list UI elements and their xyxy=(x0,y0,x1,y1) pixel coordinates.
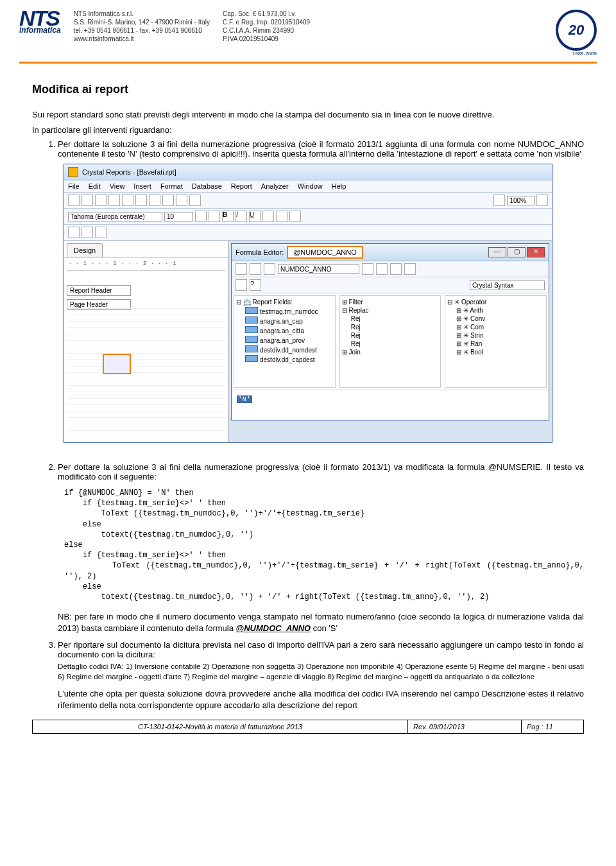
menu-window[interactable]: Window xyxy=(298,182,323,190)
menu-analyzer[interactable]: Analyzer xyxy=(261,182,289,190)
menu-insert[interactable]: Insert xyxy=(133,182,151,190)
tree-op[interactable]: Conv xyxy=(470,315,485,322)
list-item-2: Per dottare la soluzione 3 ai fini della… xyxy=(58,462,584,634)
close-button[interactable]: ✕ xyxy=(527,247,545,257)
tab-design[interactable]: Design xyxy=(67,243,103,257)
font-shrink-icon[interactable] xyxy=(209,211,220,222)
fe-browse-icon[interactable] xyxy=(390,263,402,275)
font-size-select[interactable]: 10 xyxy=(164,212,193,221)
intro-paragraph-2: In particolare gli interventi riguardano… xyxy=(32,125,584,136)
tree-report-header: Report Fields: xyxy=(253,299,293,306)
tree-op[interactable]: Arith xyxy=(470,307,483,314)
insert-text-icon[interactable] xyxy=(81,227,93,238)
note-paragraph: NB: per fare in modo che il numero docum… xyxy=(58,611,584,634)
tree-field[interactable]: destdiv.dd_capdest xyxy=(260,356,314,363)
open-icon[interactable] xyxy=(81,195,93,206)
syntax-select[interactable]: Crystal Syntax xyxy=(470,281,545,290)
redo-icon[interactable] xyxy=(189,195,201,206)
print-icon[interactable] xyxy=(108,195,120,206)
field-icon xyxy=(245,336,258,343)
formula-editor-toolbar-2: ? Crystal Syntax xyxy=(232,277,549,293)
copy-icon[interactable] xyxy=(149,195,160,206)
tree-func[interactable]: Rej xyxy=(351,332,361,339)
formula-code-text: 'N' xyxy=(237,395,252,403)
window-buttons: — ▢ ✕ xyxy=(488,247,545,257)
tree-ops-header: Operator xyxy=(461,299,486,306)
tree-func[interactable]: Rej xyxy=(351,315,361,322)
tree-operators[interactable]: ⊟ ✳ Operator ⊞ ✳ Arith ⊞ ✳ Conv ⊞ ✳ Com … xyxy=(445,295,547,388)
design-pane: Design · · 1 · · · 1 · · · 2 · · · 1 Rep… xyxy=(64,241,228,442)
zoom-select[interactable]: 100% xyxy=(507,196,535,205)
design-canvas[interactable]: · · 1 · · · 1 · · · 2 · · · 1 Report Hea… xyxy=(64,257,228,442)
menu-file[interactable]: File xyxy=(68,182,80,190)
app-titlebar: Crystal Reports - [Bsvefati.rpt] xyxy=(64,164,552,180)
logo: NTS informatica xyxy=(19,10,61,35)
bold-icon[interactable]: B xyxy=(222,211,234,222)
tree-func[interactable]: Join xyxy=(348,349,360,356)
preview-icon[interactable] xyxy=(122,195,133,206)
page-header: NTS informatica NTS Informatica s.r.l. S… xyxy=(19,6,597,64)
help-icon[interactable] xyxy=(536,195,548,206)
logo-text: NTS xyxy=(19,10,61,27)
italic-icon[interactable]: I xyxy=(235,211,247,222)
tree-field[interactable]: anagra.an_prov xyxy=(260,337,305,344)
font-grow-icon[interactable] xyxy=(195,211,207,222)
fe-undo-icon[interactable] xyxy=(362,263,373,275)
fe-redo-icon[interactable] xyxy=(376,263,388,275)
menu-edit[interactable]: Edit xyxy=(89,182,101,190)
undo-icon[interactable] xyxy=(176,195,187,206)
align-left-icon[interactable] xyxy=(262,211,274,222)
fe-save-icon[interactable] xyxy=(250,263,261,275)
tree-functions[interactable]: ⊞ Filter ⊟ Replac Rej Rej Rej Rej ⊞ Join xyxy=(339,295,441,388)
align-right-icon[interactable] xyxy=(289,211,301,222)
menu-format[interactable]: Format xyxy=(160,182,183,190)
tree-report-fields[interactable]: ⊟ 📇 Report Fields: testmag.tm_numdoc ana… xyxy=(234,295,336,388)
menu-help[interactable]: Help xyxy=(332,182,346,190)
save-icon[interactable] xyxy=(95,195,107,206)
formula-editor-title-label: Formula Editor: xyxy=(235,248,284,256)
fe-check-icon[interactable] xyxy=(264,263,275,275)
design-grid[interactable] xyxy=(67,302,225,431)
find-icon[interactable] xyxy=(493,195,505,206)
list-item-3-outro: L'utente che opta per questa soluzione d… xyxy=(58,688,584,711)
tree-op[interactable]: Strin xyxy=(470,332,484,339)
tree-op[interactable]: Com xyxy=(470,324,484,331)
tree-field[interactable]: destdiv.dd_nomdest xyxy=(260,347,317,354)
underline-icon[interactable]: U xyxy=(249,211,261,222)
menu-report[interactable]: Report xyxy=(231,182,252,190)
minimize-button[interactable]: — xyxy=(488,247,506,257)
formula-name-select[interactable]: NUMDOC_ANNO xyxy=(278,264,359,274)
insert-summary-icon[interactable] xyxy=(95,227,107,238)
cut-icon[interactable] xyxy=(135,195,147,206)
section-report-header[interactable]: Report Header xyxy=(67,285,131,296)
tree-field[interactable]: anagra.an_cap xyxy=(260,318,303,325)
menu-database[interactable]: Database xyxy=(192,182,222,190)
align-center-icon[interactable] xyxy=(276,211,287,222)
formula-code-area[interactable]: 'N' xyxy=(232,390,549,420)
section-title: Modifica ai report xyxy=(32,83,584,96)
formula-field-highlighted[interactable] xyxy=(103,354,131,374)
font-family-select[interactable]: Tahoma (Europa centrale) xyxy=(68,212,162,221)
paste-icon[interactable] xyxy=(162,195,174,206)
tree-op[interactable]: Ran xyxy=(470,340,482,347)
fe-new-icon[interactable] xyxy=(235,263,247,275)
maximize-button[interactable]: ▢ xyxy=(508,247,526,257)
logo-subtitle: informatica xyxy=(19,26,61,35)
tree-func[interactable]: Rej xyxy=(351,340,361,347)
tree-field[interactable]: testmag.tm_numdoc xyxy=(260,308,318,315)
page-footer: CT-1301-0142-Novità in materia di fattur… xyxy=(32,720,584,734)
tree-field[interactable]: anagra.an_citta xyxy=(260,327,304,334)
menu-view[interactable]: View xyxy=(110,182,125,190)
fe-find-icon[interactable] xyxy=(404,263,416,275)
footer-doc-title: CT-1301-0142-Novità in materia di fattur… xyxy=(33,720,408,733)
tree-func[interactable]: Rej xyxy=(351,324,361,331)
legal-info: Cap. Soc. € 61.973,00 i.v. C.F. e Reg. I… xyxy=(223,10,310,43)
tree-op[interactable]: Bool xyxy=(470,349,483,356)
tree-func[interactable]: Filter xyxy=(348,299,363,306)
fe-tree-icon[interactable] xyxy=(235,279,247,291)
field-icon xyxy=(245,307,258,314)
insert-field-icon[interactable] xyxy=(68,227,80,238)
new-icon[interactable] xyxy=(68,195,80,206)
tree-func[interactable]: Replac xyxy=(348,307,368,314)
fe-help-icon[interactable]: ? xyxy=(250,279,261,291)
